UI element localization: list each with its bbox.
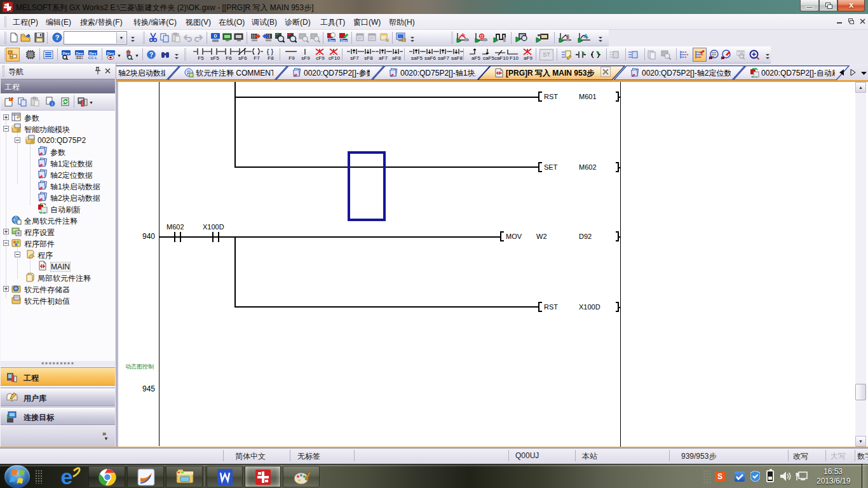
- svg-text:Dev: Dev: [62, 51, 70, 55]
- svg-text:D: D: [214, 34, 217, 38]
- svg-text:Dev: Dev: [329, 39, 336, 43]
- svg-text:?: ?: [55, 34, 60, 41]
- svg-text:Dev: Dev: [341, 39, 348, 43]
- svg-text:CC-L: CC-L: [88, 56, 98, 60]
- svg-text:Dev: Dev: [89, 51, 97, 55]
- svg-text:?: ?: [149, 51, 153, 58]
- svg-text:e: e: [61, 466, 73, 487]
- svg-text:Dev: Dev: [76, 51, 83, 55]
- svg-text:{ }: { }: [267, 48, 274, 55]
- svg-text:Dev: Dev: [107, 51, 114, 55]
